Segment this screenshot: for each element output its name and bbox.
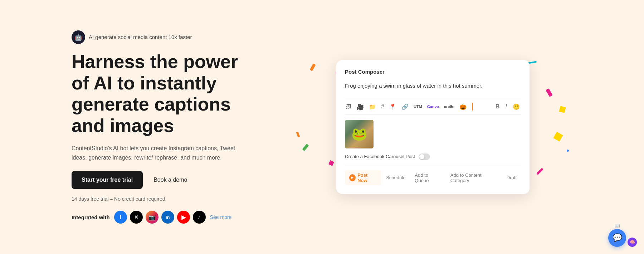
- book-icon: 📖: [615, 223, 620, 228]
- composer-card: Post Composer Frog enjoying a swim in gl…: [336, 60, 530, 194]
- confetti-10: [296, 132, 300, 138]
- integrated-row: Integrated with f ✕ 📷 in ▶ ♪ See more: [72, 211, 258, 224]
- location-icon[interactable]: 📍: [388, 103, 397, 111]
- carousel-toggle[interactable]: [419, 153, 430, 160]
- trial-note: 14 days free trial – No credit card requ…: [72, 196, 258, 202]
- hero-description: ContentStudio's AI bot lets you create I…: [72, 144, 236, 162]
- emoji-icon[interactable]: 🙂: [512, 103, 521, 111]
- image-preview: [345, 120, 374, 148]
- badge-text: AI generate social media content 10x fas…: [89, 34, 192, 40]
- bold-icon[interactable]: B: [494, 103, 501, 111]
- chat-widget: 📖 💬 🧠: [608, 223, 637, 247]
- carousel-toggle-row: Create a Facebook Carousel Post: [345, 153, 521, 160]
- left-content: 🤖 AI generate social media content 10x f…: [72, 30, 258, 224]
- action-tabs: ▶ Post Now Schedule Add to Queue Add to …: [345, 166, 521, 185]
- emoji-picker-icon[interactable]: 🎃: [458, 103, 468, 111]
- instagram-icon[interactable]: 📷: [146, 211, 158, 224]
- confetti-1: [310, 64, 316, 71]
- video-icon[interactable]: 🎥: [356, 103, 365, 111]
- image-icon[interactable]: 🖼: [345, 103, 353, 111]
- tab-content-category[interactable]: Add to Content Category: [446, 170, 502, 185]
- carousel-label: Create a Facebook Carousel Post: [345, 154, 415, 159]
- tab-draft[interactable]: Draft: [502, 170, 521, 185]
- toolbar-right: B I 🙂: [494, 103, 521, 111]
- chat-ai-badge[interactable]: 🧠: [628, 238, 637, 247]
- youtube-icon[interactable]: ▶: [177, 211, 190, 224]
- composer-body-text[interactable]: Frog enjoying a swim in glass of water i…: [345, 80, 521, 92]
- utm-label[interactable]: UTM: [413, 104, 423, 109]
- crello-icon[interactable]: crello: [443, 104, 455, 109]
- confetti-7: [302, 144, 309, 151]
- badge: 🤖 AI generate social media content 10x f…: [72, 30, 258, 44]
- tab-draft-label: Draft: [507, 175, 517, 180]
- italic-icon[interactable]: I: [504, 103, 508, 111]
- right-content: Post Composer Frog enjoying a swim in gl…: [293, 60, 572, 194]
- tab-post-now[interactable]: ▶ Post Now: [345, 170, 381, 185]
- hero-title: Harness the power of AI to instantly gen…: [72, 51, 258, 137]
- tab-schedule-label: Schedule: [386, 175, 405, 180]
- book-demo-button[interactable]: Book a demo: [153, 177, 187, 183]
- robot-icon: 🤖: [74, 33, 82, 41]
- badge-icon: 🤖: [72, 30, 85, 44]
- tab-post-now-label: Post Now: [357, 172, 377, 183]
- tab-schedule[interactable]: Schedule: [382, 170, 410, 185]
- confetti-8: [328, 160, 334, 166]
- hashtag-icon[interactable]: #: [380, 103, 385, 111]
- composer-toolbar: 🖼 🎥 📁 # 📍 🔗 UTM Canva crello 🎃 B I 🙂: [345, 99, 521, 115]
- cta-row: Start your free trial Book a demo: [72, 171, 258, 189]
- confetti-12: [553, 132, 563, 141]
- canva-icon[interactable]: Canva: [426, 104, 440, 109]
- cursor-bar: [472, 103, 473, 111]
- linkedin-icon[interactable]: in: [161, 211, 174, 224]
- tiktok-icon[interactable]: ♪: [193, 211, 206, 224]
- tab-category-label: Add to Content Category: [450, 172, 497, 183]
- composer-card-title: Post Composer: [345, 69, 521, 75]
- folder-icon[interactable]: 📁: [368, 103, 377, 111]
- chat-bubble-button[interactable]: 💬: [608, 229, 626, 247]
- see-more-link[interactable]: See more: [210, 214, 232, 220]
- confetti-6: [559, 106, 566, 113]
- twitter-x-icon[interactable]: ✕: [130, 211, 143, 224]
- page-wrapper: 🤖 AI generate social media content 10x f…: [0, 0, 644, 254]
- confetti-11: [567, 150, 569, 152]
- confetti-9: [536, 168, 543, 175]
- play-icon: ▶: [349, 174, 356, 181]
- integrated-label: Integrated with: [72, 214, 110, 220]
- start-trial-button[interactable]: Start your free trial: [72, 171, 143, 189]
- frog-image: [345, 120, 374, 148]
- link-icon[interactable]: 🔗: [400, 103, 410, 111]
- confetti-5: [546, 88, 553, 97]
- tab-add-to-queue[interactable]: Add to Queue: [410, 170, 445, 185]
- tab-queue-label: Add to Queue: [415, 172, 441, 183]
- social-icons: f ✕ 📷 in ▶ ♪: [114, 211, 206, 224]
- facebook-icon[interactable]: f: [114, 211, 127, 224]
